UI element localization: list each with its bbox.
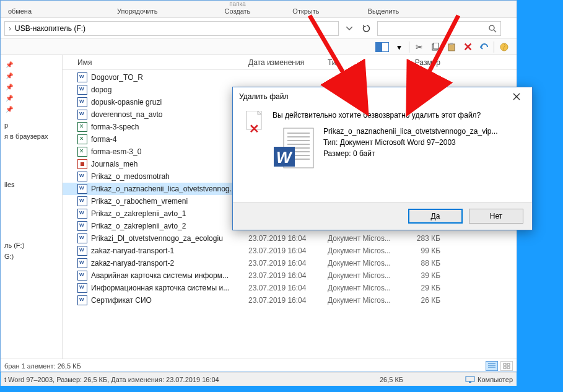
- navigation-sidebar: 📌 📌 📌 📌 📌 p я в браузерах iles ль (F:) G…: [1, 55, 63, 359]
- excel-file-icon: [77, 147, 87, 157]
- dialog-filesize: Размер: 0 байт: [323, 148, 498, 159]
- word-file-icon: [77, 97, 87, 107]
- file-name-label: dopusk-opasnie gruzi: [91, 98, 162, 107]
- address-path: USB-накопитель (F:): [15, 24, 85, 33]
- column-header-date[interactable]: Дата изменения: [248, 58, 328, 67]
- file-name-label: forma-3-spech: [91, 123, 139, 131]
- dialog-close-button[interactable]: [507, 89, 526, 104]
- delete-document-icon: ✕: [244, 111, 264, 136]
- toolbar-divider: [494, 41, 494, 53]
- svg-point-0: [489, 25, 494, 30]
- file-name-label: doverennost_na_avto: [91, 110, 162, 119]
- details-bar: t Word 97–2003, Размер: 26,5 КБ, Дата из…: [1, 372, 517, 386]
- file-date-cell: 23.07.2019 16:04: [248, 234, 328, 243]
- word-file-icon: [77, 283, 87, 293]
- svg-rect-12: [504, 367, 506, 368]
- file-column-headers: Имя Дата изменения Ти Размер: [63, 55, 517, 70]
- dialog-yes-button[interactable]: Да: [408, 209, 463, 224]
- cut-icon[interactable]: ✂: [413, 41, 426, 53]
- pin-icon: 📌: [6, 95, 13, 102]
- word-file-icon: [77, 110, 87, 120]
- svg-text:✕: ✕: [249, 122, 260, 136]
- sidebar-item[interactable]: p: [3, 120, 59, 131]
- word-file-icon: [77, 196, 87, 206]
- address-dropdown-icon[interactable]: [343, 22, 356, 35]
- dropdown-icon[interactable]: ▾: [393, 41, 405, 53]
- undo-icon[interactable]: [478, 41, 490, 53]
- file-name-cell: Prikaz_o_zakreplenii_avto_2: [77, 221, 248, 231]
- file-size-cell: 283 КБ: [397, 234, 440, 243]
- word-file-icon: [77, 72, 87, 82]
- ribbon-create-label: Создать: [225, 7, 251, 15]
- word-file-icon: [77, 184, 87, 194]
- file-name-label: dopog: [91, 85, 111, 94]
- file-name-label: Prikaz_o_naznachenii_lica_otvetstvennog.…: [91, 185, 235, 193]
- file-row[interactable]: Аварийная карточка системы информ...23.0…: [63, 269, 517, 282]
- sidebar-item[interactable]: G:): [3, 251, 59, 262]
- file-row[interactable]: Сертификат СИО23.07.2019 16:04Документ M…: [63, 294, 517, 307]
- dialog-filetype: Тип: Документ Microsoft Word 97–2003: [323, 137, 498, 148]
- file-name-cell: dopog: [77, 85, 248, 95]
- status-selection-info: бран 1 элемент: 26,5 КБ: [4, 362, 81, 370]
- file-name-cell: forma-4: [77, 134, 248, 144]
- sidebar-item[interactable]: iles: [3, 179, 59, 190]
- file-name-cell: Prikazi_Dl_otvetstvennogo_za_ecologiu: [77, 233, 248, 243]
- dialog-file-info: Prikaz_o_naznachenii_lica_otvetstvennogo…: [323, 126, 498, 159]
- refresh-icon[interactable]: [360, 22, 373, 35]
- file-name-cell: forma-3-spech: [77, 122, 248, 132]
- search-icon: [488, 24, 497, 33]
- address-bar: › USB-накопитель (F:): [1, 18, 517, 39]
- extra-icon[interactable]: [498, 41, 510, 53]
- svg-rect-5: [450, 43, 453, 45]
- file-name-cell: forma-esm-3_0: [77, 147, 248, 157]
- sidebar-item[interactable]: я в браузерах: [3, 131, 59, 142]
- search-box[interactable]: [377, 21, 501, 36]
- ribbon-clipboard-label: обмена: [8, 7, 32, 15]
- file-row[interactable]: Dogovor_TO_R: [63, 71, 517, 84]
- ribbon-create-group: папка Создать: [225, 2, 251, 15]
- pin-icon: 📌: [6, 61, 13, 68]
- ribbon-folder-small: папка: [225, 1, 251, 7]
- file-row[interactable]: zakaz-naryad-transport-223.07.2019 16:04…: [63, 257, 517, 269]
- delete-icon[interactable]: ✕: [461, 41, 474, 53]
- view-toggle-icon[interactable]: [375, 42, 389, 52]
- file-name-label: Аварийная карточка системы информ...: [91, 271, 229, 280]
- file-size-cell: 39 КБ: [397, 271, 440, 280]
- toolbar-secondary: ▾ ✂ ✕: [1, 39, 517, 55]
- dialog-content: Вы действительно хотите безвозвратно уда…: [273, 111, 521, 176]
- column-header-name[interactable]: Имя: [77, 58, 248, 67]
- file-type-cell: Документ Micros...: [328, 259, 397, 268]
- view-details-button[interactable]: [486, 361, 498, 371]
- file-row[interactable]: Информационная карточка системы и...23.0…: [63, 282, 517, 294]
- column-header-type[interactable]: Ти: [328, 58, 397, 67]
- file-name-cell: Journals_meh: [77, 159, 248, 169]
- dialog-no-button[interactable]: Нет: [469, 209, 523, 224]
- column-header-size[interactable]: Размер: [397, 58, 440, 67]
- copy-icon[interactable]: [429, 41, 442, 53]
- file-date-cell: 23.07.2019 16:04: [248, 246, 328, 255]
- file-name-label: Сертификат СИО: [91, 296, 152, 305]
- toolbar-divider: [409, 41, 409, 53]
- word-file-icon: [77, 85, 87, 95]
- sidebar-item[interactable]: ль (F:): [3, 240, 59, 251]
- file-type-cell: Документ Micros...: [328, 234, 397, 243]
- file-name-label: Journals_meh: [91, 160, 137, 168]
- file-name-cell: Сертификат СИО: [77, 295, 248, 305]
- address-field[interactable]: › USB-накопитель (F:): [4, 21, 339, 36]
- pin-icon: 📌: [6, 106, 13, 113]
- dialog-filename: Prikaz_o_naznachenii_lica_otvetstvennogo…: [323, 126, 498, 137]
- file-row[interactable]: zakaz-naryad-transport-123.07.2019 16:04…: [63, 245, 517, 257]
- dialog-question: Вы действительно хотите безвозвратно уда…: [273, 111, 521, 120]
- sidebar-pin-group: 📌: [3, 92, 59, 103]
- view-icons-button[interactable]: [500, 361, 513, 371]
- file-name-label: Dogovor_TO_R: [91, 73, 143, 82]
- file-name-cell: zakaz-naryad-transport-1: [77, 246, 248, 256]
- pdf-file-icon: [77, 159, 87, 169]
- file-date-cell: 23.07.2019 16:04: [248, 284, 328, 292]
- file-row[interactable]: Prikazi_Dl_otvetstvennogo_za_ecologiu23.…: [63, 232, 517, 245]
- ribbon-bar: обмена Упорядочить папка Создать Открыть…: [1, 1, 517, 18]
- svg-rect-11: [507, 364, 510, 365]
- paste-icon[interactable]: [445, 41, 458, 53]
- file-size-cell: 99 КБ: [397, 246, 440, 255]
- sidebar-pin-group: 📌: [3, 70, 59, 81]
